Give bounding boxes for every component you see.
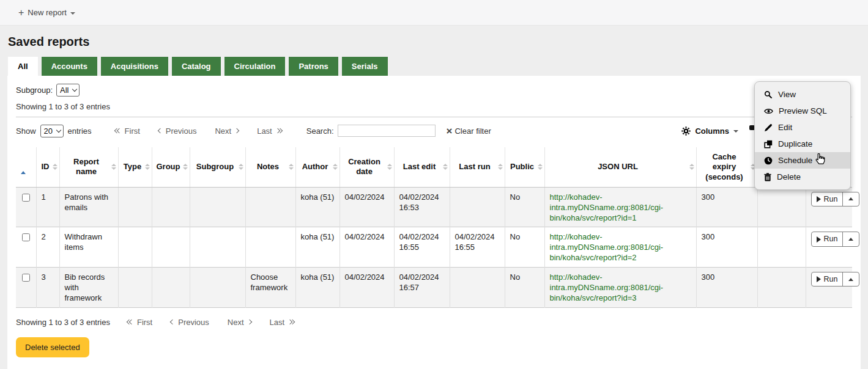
- run-menu-toggle[interactable]: [842, 232, 859, 246]
- menu-item-delete[interactable]: Delete: [755, 169, 850, 185]
- subgroup-label: Subgroup:: [16, 86, 53, 95]
- header-last-edit[interactable]: Last edit: [394, 147, 450, 187]
- tab-circulation[interactable]: Circulation: [224, 57, 286, 76]
- subgroup-select[interactable]: All: [56, 84, 80, 97]
- header-creation-date[interactable]: Creation date: [339, 147, 394, 187]
- row-checkbox[interactable]: [22, 194, 30, 202]
- header-author[interactable]: Author: [295, 147, 339, 187]
- cell-actions: Run: [806, 227, 852, 268]
- cell-group: [152, 227, 190, 268]
- menu-item-duplicate[interactable]: Duplicate: [755, 136, 850, 152]
- run-menu-toggle[interactable]: [842, 272, 859, 286]
- run-split-button: Run: [811, 272, 860, 287]
- columns-button[interactable]: Columns: [681, 126, 738, 136]
- cell-public: No: [505, 268, 544, 308]
- header-id[interactable]: ID: [36, 147, 59, 187]
- run-button[interactable]: Run: [812, 192, 843, 206]
- next-page-button[interactable]: Next: [228, 318, 251, 327]
- header-last-run[interactable]: Last run: [450, 147, 505, 187]
- page-size-select[interactable]: 20: [40, 125, 64, 137]
- header-report-name[interactable]: Report name: [59, 147, 118, 187]
- header-public[interactable]: Public: [505, 147, 544, 187]
- caret-up-icon: [848, 238, 853, 241]
- tab-acquisitions[interactable]: Acquisitions: [101, 57, 168, 76]
- cell-cache-expiry: 300: [696, 187, 757, 227]
- saved-reports-table: ID Report name Type Group Subgroup Notes…: [16, 147, 852, 308]
- cell-type: [118, 227, 152, 268]
- header-cache-expiry[interactable]: Cache expiry (seconds): [696, 147, 757, 187]
- first-page-button[interactable]: First: [115, 126, 140, 136]
- run-button[interactable]: Run: [812, 272, 843, 286]
- header-type[interactable]: Type: [118, 147, 152, 187]
- header-subgroup[interactable]: Subgroup: [190, 147, 245, 187]
- sort-icon: [333, 164, 338, 170]
- menu-item-preview-sql[interactable]: Preview SQL: [755, 103, 850, 119]
- new-report-button[interactable]: + New report: [18, 8, 75, 18]
- double-chevron-right-icon: [276, 129, 282, 133]
- header-notes[interactable]: Notes: [245, 147, 295, 187]
- json-url-link[interactable]: http://kohadev-intra.myDNSname.org:8081/…: [550, 272, 664, 302]
- table-header-row: ID Report name Type Group Subgroup Notes…: [16, 147, 852, 187]
- tab-serials[interactable]: Serials: [342, 57, 388, 76]
- tab-patrons[interactable]: Patrons: [289, 57, 338, 76]
- json-url-link[interactable]: http://kohadev-intra.myDNSname.org:8081/…: [550, 232, 664, 262]
- cell-actions: Run: [806, 268, 852, 308]
- trash-icon: [764, 173, 771, 181]
- chevron-left-icon: [158, 128, 163, 133]
- last-page-button[interactable]: Last: [270, 318, 295, 327]
- caret-up-icon: [848, 197, 853, 200]
- cell-report-name: Patrons with emails: [59, 187, 118, 227]
- search-label: Search:: [306, 126, 334, 136]
- tab-catalog[interactable]: Catalog: [172, 57, 221, 76]
- previous-page-button[interactable]: Previous: [158, 126, 197, 136]
- header-group[interactable]: Group: [152, 147, 190, 187]
- run-button[interactable]: Run: [812, 232, 843, 246]
- tab-accounts[interactable]: Accounts: [42, 57, 97, 76]
- sort-ascending-icon: [21, 162, 26, 174]
- sort-icon: [239, 164, 243, 170]
- delete-selected-button[interactable]: Delete selected: [16, 337, 89, 357]
- run-menu-toggle[interactable]: [842, 192, 859, 206]
- cell-json-url: http://kohadev-intra.myDNSname.org:8081/…: [544, 268, 696, 308]
- sort-icon: [498, 164, 503, 170]
- cell-select: [16, 227, 36, 268]
- cell-author: koha (51): [295, 187, 339, 227]
- menu-item-view[interactable]: View: [755, 86, 850, 103]
- next-page-button[interactable]: Next: [215, 126, 239, 136]
- cell-group: [152, 187, 190, 227]
- header-select[interactable]: [16, 147, 36, 187]
- search-input[interactable]: [338, 125, 436, 137]
- row-checkbox[interactable]: [22, 233, 30, 241]
- plus-icon: +: [18, 8, 24, 18]
- header-json-url[interactable]: JSON URL: [544, 147, 696, 187]
- new-report-label: New report: [28, 8, 67, 17]
- run-split-button: Run: [811, 232, 860, 246]
- search-icon: [764, 90, 773, 99]
- previous-page-button[interactable]: Previous: [171, 318, 209, 327]
- first-page-button[interactable]: First: [127, 318, 152, 327]
- cell-last-edit: 04/02/2024 16:53: [394, 187, 450, 227]
- show-label: Show: [16, 126, 36, 136]
- play-icon: [817, 196, 821, 202]
- cell-type: [118, 268, 152, 308]
- tab-all[interactable]: All: [8, 57, 38, 76]
- cell-notes: [245, 187, 295, 227]
- clear-filter-button[interactable]: × Clear filter: [447, 126, 491, 136]
- row-checkbox[interactable]: [22, 274, 30, 282]
- clock-icon: [764, 156, 773, 165]
- hand-cursor-icon: [815, 153, 825, 166]
- top-toolbar: + New report: [0, 0, 868, 26]
- cell-creation-date: 04/02/2024: [339, 187, 394, 227]
- cell-select: [16, 268, 36, 308]
- last-page-button[interactable]: Last: [257, 126, 282, 136]
- json-url-link[interactable]: http://kohadev-intra.myDNSname.org:8081/…: [550, 192, 664, 222]
- menu-item-schedule[interactable]: Schedule: [755, 152, 850, 169]
- cell-last-edit: 04/02/2024 16:57: [394, 268, 450, 308]
- cell-report-name: Bib records with framework: [59, 268, 118, 308]
- run-split-button: Run: [811, 192, 860, 206]
- reports-panel: Subgroup: All Showing 1 to 3 of 3 entrie…: [7, 76, 861, 369]
- cell-subgroup: [190, 187, 245, 227]
- menu-item-edit[interactable]: Edit: [755, 119, 850, 136]
- cell-empty: [757, 187, 806, 227]
- cell-select: [16, 187, 36, 227]
